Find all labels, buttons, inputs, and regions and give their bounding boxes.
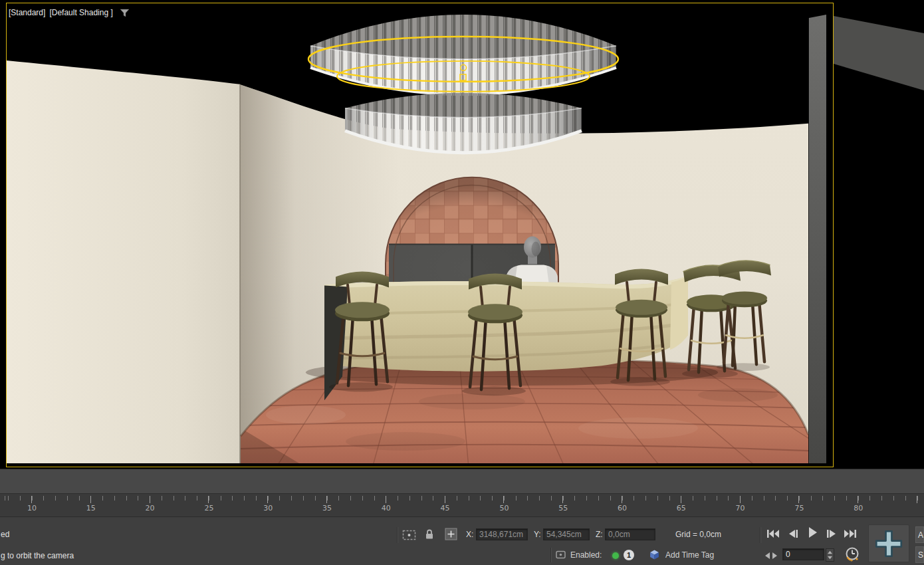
prompt-line-top: ed — [1, 530, 9, 539]
adjacent-scene-fragment — [834, 0, 924, 469]
timeline-frame-label: 60 — [618, 504, 627, 512]
x-coordinate-field[interactable] — [476, 528, 528, 540]
isolate-selection-icon[interactable] — [402, 530, 416, 542]
viewport-scene[interactable] — [7, 3, 833, 467]
3dsmax-window: [Standard] [Default Shading ] 1015202530… — [0, 0, 924, 565]
timeline-frame-label: 40 — [382, 504, 391, 512]
timeline-frame-label: 10 — [27, 504, 37, 512]
frame-spinner[interactable] — [826, 548, 834, 562]
status-bar: ed g to orbit the camera X: Y: Z: — [0, 516, 924, 565]
time-tag-cube-icon[interactable] — [649, 549, 660, 562]
prompt-line-bottom: g to orbit the camera — [1, 551, 74, 560]
enabled-count-badge: 1 — [624, 550, 634, 560]
frame-nudge-arrows[interactable] — [764, 552, 778, 562]
viewport-zone: [Standard] [Default Shading ] — [0, 0, 924, 469]
auto-key-button-clipped[interactable]: A — [915, 526, 924, 543]
status-indicator-icon[interactable] — [556, 550, 566, 562]
set-key-label: S — [918, 550, 923, 560]
timeline-ruler[interactable]: 101520253035404550556065707580 — [0, 493, 924, 516]
outside-viewport-area — [834, 0, 924, 469]
camera-viewport[interactable]: [Standard] [Default Shading ] — [7, 3, 833, 467]
viewport-label: [Standard] [Default Shading ] — [9, 8, 130, 17]
z-coordinate-field[interactable] — [605, 528, 655, 540]
timeline-frame-label: 35 — [322, 504, 332, 512]
next-frame-button[interactable] — [823, 527, 840, 540]
filter-icon[interactable] — [120, 9, 130, 17]
previous-frame-button[interactable] — [784, 527, 802, 540]
x-coordinate-label: X: — [466, 530, 473, 539]
timeline-frame-label: 20 — [146, 504, 155, 512]
timeline-frame-label: 15 — [86, 504, 96, 512]
timeline-frame-label: 25 — [204, 504, 213, 512]
ruler-major-ticks — [0, 496, 924, 503]
z-coordinate-label: Z: — [596, 530, 603, 539]
timeline-frame-label: 70 — [736, 504, 745, 512]
timeline-frame-label: 45 — [441, 504, 450, 512]
timeline-frame-label: 75 — [794, 504, 804, 512]
viewport-pov-menu[interactable]: [Standard] — [9, 8, 45, 17]
grid-size-readout: Grid = 0,0cm — [675, 530, 721, 539]
time-slider-track[interactable] — [0, 469, 924, 493]
divider — [550, 548, 552, 562]
add-time-tag-button[interactable]: Add Time Tag — [665, 550, 714, 560]
divider — [397, 527, 398, 543]
auto-key-label: A — [918, 530, 923, 540]
time-configuration-icon[interactable] — [844, 546, 860, 564]
viewport-shading-menu[interactable]: [Default Shading ] — [49, 8, 112, 17]
enabled-status-dot — [612, 552, 619, 559]
timeline-frame-label: 50 — [499, 504, 509, 512]
timeline-frame-label: 80 — [854, 504, 863, 512]
y-coordinate-field[interactable] — [543, 528, 590, 540]
timeline-frame-label: 65 — [677, 504, 686, 512]
absolute-offset-toggle-icon[interactable] — [445, 528, 457, 542]
go-to-end-button[interactable] — [842, 527, 859, 540]
selection-lock-icon[interactable] — [425, 528, 434, 542]
go-to-start-button[interactable] — [764, 527, 782, 540]
timeline-frame-label: 55 — [558, 504, 568, 512]
divider — [760, 527, 761, 543]
timeline-frame-label: 30 — [263, 504, 273, 512]
large-plus-icon — [872, 527, 905, 560]
set-key-button-clipped[interactable]: S — [915, 546, 924, 563]
play-button[interactable] — [804, 526, 821, 539]
current-frame-field[interactable] — [782, 548, 824, 560]
enabled-label: Enabled: — [570, 550, 602, 560]
y-coordinate-label: Y: — [534, 530, 541, 539]
plus-cursor-button[interactable] — [868, 524, 909, 562]
